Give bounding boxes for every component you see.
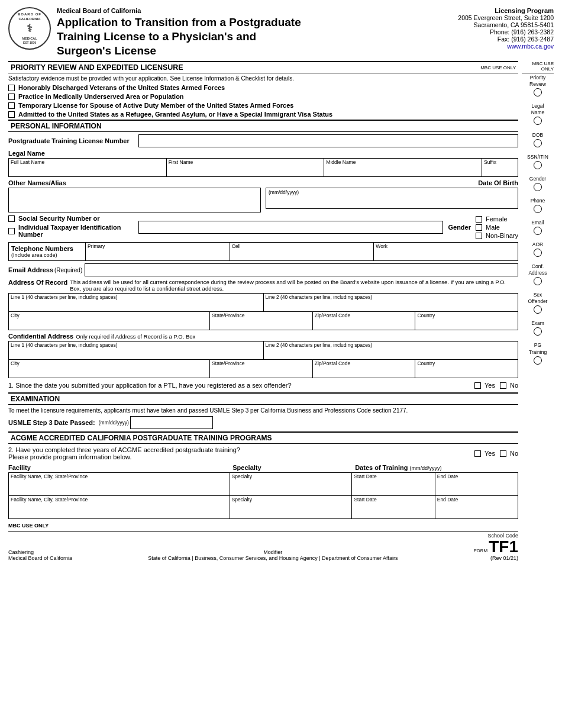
conf-country-field: Country xyxy=(415,360,518,378)
footer-modifier-label: Modifier xyxy=(148,549,398,555)
website-link[interactable]: www.mbc.ca.gov xyxy=(507,43,554,50)
sidebar-circle-pg-training xyxy=(534,356,542,365)
sidebar-priority-review: Priority Review xyxy=(522,75,554,98)
usmle-input[interactable] xyxy=(130,416,213,429)
itin-checkbox[interactable] xyxy=(8,228,15,234)
phone-work-input[interactable] xyxy=(376,249,516,260)
suffix-input[interactable] xyxy=(484,165,516,176)
aor-line2-input[interactable] xyxy=(266,300,516,311)
footer-bar: Cashiering Medical Board of California M… xyxy=(8,531,518,561)
main-content: PRIORITY REVIEW AND EXPEDITED LICENSURE … xyxy=(8,61,554,561)
dob-input[interactable] xyxy=(269,195,515,206)
ptl-input[interactable] xyxy=(138,134,518,147)
sidebar-aor: AOR xyxy=(522,241,554,259)
training-end-1-input[interactable] xyxy=(437,479,516,491)
acgme-yes-checkbox[interactable] xyxy=(474,450,481,457)
conf-city-row: City State/Province Zip/Postal Code Coun… xyxy=(8,359,518,378)
gender-male: Male xyxy=(476,224,518,231)
phone-primary-field: Primary xyxy=(86,243,230,260)
sidebar-exam: Exam xyxy=(522,320,554,337)
gender-female: Female xyxy=(476,215,518,223)
training-facility-2-input[interactable] xyxy=(11,502,228,514)
aor-zip-input[interactable] xyxy=(315,318,414,329)
aor-state-input[interactable] xyxy=(212,318,311,329)
sex-offender-no-checkbox[interactable] xyxy=(500,382,506,389)
conf-line2-input[interactable] xyxy=(266,348,516,359)
footer-mbc-use-only: MBC USE ONLY xyxy=(8,523,518,529)
other-names-field xyxy=(8,188,261,212)
aor-line1-input[interactable] xyxy=(11,300,261,311)
aor-city-input[interactable] xyxy=(11,318,208,329)
priority-checkbox-4[interactable] xyxy=(8,111,15,118)
acgme-yes-option: Yes xyxy=(474,450,495,457)
training-specialty-2-input[interactable] xyxy=(232,502,350,514)
other-names-label: Other Names/Alias xyxy=(8,179,261,186)
last-name-input[interactable] xyxy=(11,165,164,176)
header-center: Medical Board of California Application … xyxy=(57,7,435,57)
sidebar-circle-sex-offender xyxy=(534,305,542,314)
training-facility-1: Facility Name, City, State/Province xyxy=(9,473,230,495)
footer-cashiering-label: Cashiering xyxy=(8,549,72,555)
dob-col: Date Of Birth (mm/dd/yyyy) xyxy=(261,179,518,212)
gender-nonbinary-checkbox[interactable] xyxy=(476,233,482,239)
sex-offender-row: 1. Since the date you submitted your app… xyxy=(8,382,518,389)
conf-line1-row: Line 1 (40 characters per line, includin… xyxy=(8,341,518,359)
priority-checkbox-2[interactable] xyxy=(8,94,15,100)
training-end-2-input[interactable] xyxy=(437,502,516,514)
middle-name-input[interactable] xyxy=(326,165,480,176)
training-specialty-1: Specialty xyxy=(230,473,353,495)
phone-primary-input[interactable] xyxy=(88,249,228,260)
sidebar-conf-address: Conf. Address xyxy=(522,263,554,287)
acgme-no-option: No xyxy=(500,450,518,457)
footer-org: Medical Board of California xyxy=(8,555,72,561)
gender-male-checkbox[interactable] xyxy=(476,224,482,231)
aor-label-row: Address Of Record This address will be u… xyxy=(8,279,518,292)
ssn-input[interactable] xyxy=(141,223,440,233)
priority-checkbox-1[interactable] xyxy=(8,85,15,91)
training-facility-1-input[interactable] xyxy=(11,479,228,491)
priority-section-title: PRIORITY REVIEW AND EXPEDITED LICENSURE xyxy=(11,63,183,72)
acgme-section-header: ACGME ACCREDITED CALIFORNIA POSTGRADUATE… xyxy=(8,431,518,444)
acgme-no-checkbox[interactable] xyxy=(500,450,506,457)
sidebar-ssn: SSN/ITIN xyxy=(522,154,554,171)
conf-line1-input[interactable] xyxy=(11,348,261,359)
conf-state-field: State/Province xyxy=(210,360,313,378)
phone-cell-input[interactable] xyxy=(232,249,372,260)
dob-label: Date Of Birth xyxy=(266,179,518,186)
yes-option: Yes xyxy=(474,382,495,389)
ssn-checkboxes: Social Security Number or Individual Tax… xyxy=(8,215,138,240)
training-start-1-input[interactable] xyxy=(354,479,432,491)
conf-state-input[interactable] xyxy=(212,366,311,377)
gender-female-checkbox[interactable] xyxy=(476,216,482,223)
training-specialty-1-input[interactable] xyxy=(232,479,350,491)
priority-checkbox-3[interactable] xyxy=(8,102,15,109)
sex-offender-yes-checkbox[interactable] xyxy=(474,382,481,389)
email-input[interactable] xyxy=(85,263,518,276)
conf-addr-label: Confidential Address Only required if Ad… xyxy=(8,333,518,340)
sidebar-phone: Phone xyxy=(522,198,554,215)
ssn-checkbox[interactable] xyxy=(8,215,15,222)
conf-city-input[interactable] xyxy=(11,366,208,377)
sidebar-circle-dob xyxy=(534,139,542,147)
aor-state-field: State/Province xyxy=(210,312,313,330)
training-start-2-input[interactable] xyxy=(354,502,432,514)
conf-zip-input[interactable] xyxy=(315,366,414,377)
sidebar-gender: Gender xyxy=(522,176,554,193)
sidebar-sex-offender: Sex Offender xyxy=(522,292,554,315)
aor-country-input[interactable] xyxy=(417,318,516,329)
ptl-row: Postgraduate Training License Number xyxy=(8,134,518,147)
sidebar-circle-legal-name xyxy=(534,117,542,125)
exam-desc: To meet the licensure requirements, appl… xyxy=(8,407,518,414)
training-end-2: End Date xyxy=(435,496,518,518)
first-name-input[interactable] xyxy=(169,165,322,176)
sidebar-mbc-label: MBC USE ONLY xyxy=(522,61,554,73)
legal-name-label: Legal Name xyxy=(8,150,518,157)
training-table-header: Facility Specialty Dates of Training (mm… xyxy=(8,464,518,471)
other-names-input[interactable] xyxy=(11,189,258,201)
footer-rev: (Rev 01/21) xyxy=(474,555,518,561)
aor-line1-field: Line 1 (40 characters per line, includin… xyxy=(9,294,264,311)
conf-country-input[interactable] xyxy=(417,366,516,377)
phone-fields: Primary Cell Work xyxy=(86,243,518,260)
other-names-col: Other Names/Alias xyxy=(8,179,261,212)
sidebar-legal-name: Legal Name xyxy=(522,103,554,127)
